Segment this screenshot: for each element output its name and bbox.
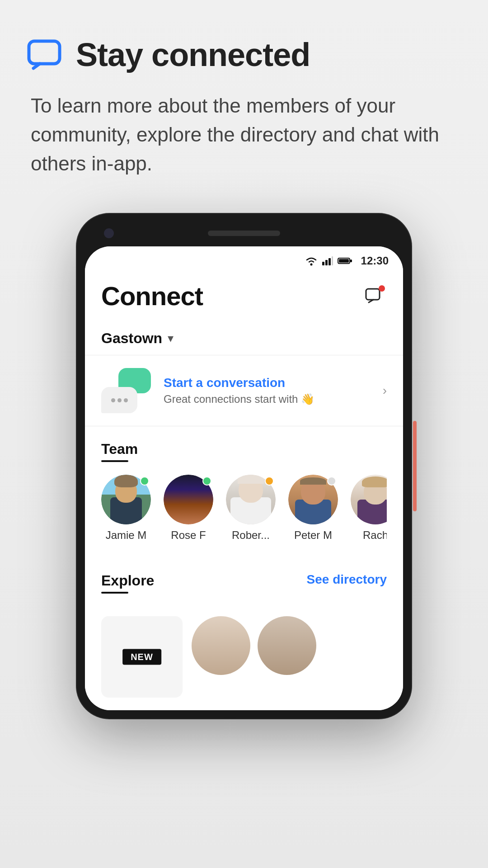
team-members-list: Jamie M Rose F: [101, 475, 387, 542]
start-conversation-title: Start a conversation: [164, 376, 370, 390]
explore-header: Explore See directory: [101, 572, 387, 606]
new-badge: NEW: [122, 649, 161, 665]
typing-dot-1: [111, 398, 115, 402]
notification-button[interactable]: [361, 283, 387, 309]
conversation-text: Start a conversation Great connections s…: [164, 376, 370, 406]
svg-point-2: [310, 264, 312, 266]
community-selector[interactable]: Gastown ▾: [85, 322, 403, 355]
svg-rect-6: [332, 256, 333, 265]
explore-title-group: Explore: [101, 572, 154, 606]
team-member-rose[interactable]: Rose F: [164, 475, 213, 542]
typing-dot-3: [124, 398, 128, 402]
svg-rect-0: [29, 41, 60, 64]
header-section: Stay connected To learn more about the m…: [0, 0, 488, 196]
page-title: Stay connected: [76, 36, 310, 73]
app-title: Connect: [101, 281, 203, 311]
battery-icon: [338, 257, 353, 265]
svg-rect-9: [350, 259, 352, 262]
member-name-rachel: Rach: [363, 529, 387, 542]
status-time: 12:30: [361, 255, 389, 267]
phone-mockup: 12:30 Connect Gastown ▾: [77, 214, 411, 718]
phone-screen: 12:30 Connect Gastown ▾: [85, 246, 403, 710]
header-title-row: Stay connected: [27, 36, 461, 73]
team-section: Team: [85, 426, 403, 554]
member-name-rose: Rose F: [171, 529, 206, 542]
svg-rect-5: [328, 258, 331, 265]
svg-rect-4: [325, 260, 328, 265]
explore-section-title: Explore: [101, 572, 154, 589]
avatar-wrapper-robert: [226, 475, 276, 524]
chat-icon: [27, 39, 63, 70]
avatar-wrapper-peter: [288, 475, 338, 524]
header-description: To learn more about the members of your …: [27, 91, 461, 178]
team-member-rachel[interactable]: Rach: [351, 475, 387, 542]
svg-rect-3: [322, 262, 324, 265]
signal-icon: [322, 256, 333, 265]
status-dot-rose: [202, 476, 211, 486]
team-underline: [101, 460, 128, 462]
member-name-peter: Peter M: [294, 529, 332, 542]
avatar-wrapper-rachel: [351, 475, 387, 524]
start-conversation-subtitle: Great connections start with 👋: [164, 393, 370, 406]
avatar-wrapper-rose: [164, 475, 213, 524]
conversation-illustration: [101, 368, 151, 413]
app-header: Connect: [85, 272, 403, 322]
start-conversation-card[interactable]: Start a conversation Great connections s…: [85, 355, 403, 426]
phone-top-bar: [85, 222, 403, 245]
team-section-title: Team: [101, 441, 387, 458]
team-member-robert[interactable]: Rober...: [226, 475, 276, 542]
explore-avatar-1: [192, 616, 250, 675]
member-name-robert: Rober...: [232, 529, 270, 542]
svg-rect-8: [339, 259, 349, 263]
phone-camera: [104, 228, 114, 238]
phone-speaker: [208, 231, 280, 236]
wifi-icon: [305, 256, 318, 266]
svg-rect-10: [366, 289, 380, 300]
member-name-jamie: Jamie M: [106, 529, 147, 542]
team-member-jamie[interactable]: Jamie M: [101, 475, 151, 542]
notification-dot: [379, 285, 385, 292]
team-member-peter[interactable]: Peter M: [288, 475, 338, 542]
status-bar: 12:30: [85, 246, 403, 272]
bottom-avatar-row: [192, 616, 316, 698]
page-wrapper: Stay connected To learn more about the m…: [0, 0, 488, 868]
community-name: Gastown: [101, 330, 162, 347]
grey-bubble: [101, 387, 137, 413]
chevron-down-icon: ▾: [168, 331, 174, 345]
explore-underline: [101, 592, 128, 594]
phone-container: 12:30 Connect Gastown ▾: [0, 196, 488, 718]
avatar-rachel: [351, 475, 387, 524]
status-icons: [305, 256, 353, 266]
explore-cards: NEW: [101, 609, 387, 698]
directory-card-new[interactable]: NEW: [101, 616, 183, 698]
explore-section: Explore See directory NEW: [85, 558, 403, 710]
phone-scrollbar: [413, 421, 417, 511]
chevron-right-icon: ›: [383, 383, 387, 398]
see-directory-button[interactable]: See directory: [307, 572, 387, 587]
avatar-wrapper-jamie: [101, 475, 151, 524]
explore-avatar-2: [258, 616, 316, 675]
typing-dot-2: [117, 398, 122, 402]
